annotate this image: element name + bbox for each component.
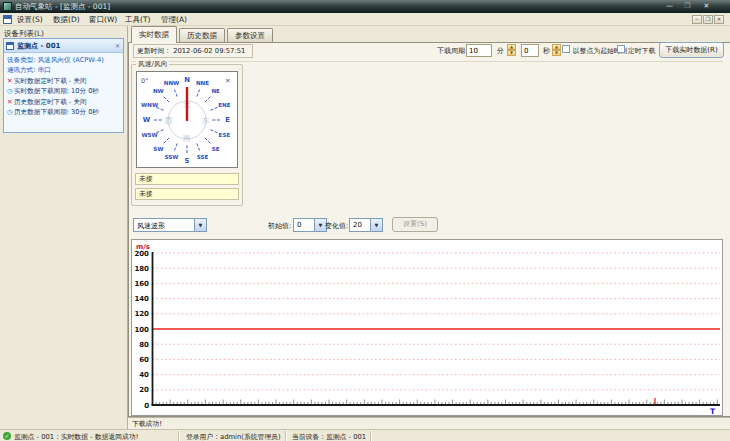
child-window-icon bbox=[3, 15, 12, 24]
mdi-close-button[interactable]: ✕ bbox=[714, 15, 724, 24]
svg-text:m/s: m/s bbox=[136, 243, 150, 251]
status-user: 登录用户：admin(系统管理员) bbox=[186, 432, 281, 441]
svg-text:100: 100 bbox=[134, 326, 149, 334]
mdi-restore-button[interactable]: ❐ bbox=[703, 15, 713, 24]
wind-direction-field: 未接 bbox=[135, 188, 239, 200]
status-divider bbox=[370, 431, 372, 441]
align-start-checkbox[interactable] bbox=[562, 45, 570, 53]
svg-text:T: T bbox=[710, 407, 716, 416]
compass-rose: 北东南西NNNENEENEEESESESSESSSWSWWSWWWNWNWNNW… bbox=[137, 72, 237, 167]
seconds-unit-label: 秒 bbox=[543, 46, 550, 56]
app-icon bbox=[3, 2, 12, 11]
minutes-unit-label: 分 bbox=[497, 46, 504, 56]
title-bar: 自动气象站 - [监测点 - 001] — ❐ ✕ bbox=[0, 0, 730, 13]
device-card-title: 监测点 - 001 bbox=[17, 41, 115, 51]
update-time-label: 更新时间： 2012-06-02 09:57:51 bbox=[133, 44, 253, 58]
seconds-input[interactable] bbox=[521, 44, 539, 57]
toolbar-divider bbox=[131, 61, 723, 62]
device-info-line: 设备类型: 风速风向仪 (ACPW-4) bbox=[7, 56, 123, 64]
svg-text:ESE: ESE bbox=[219, 132, 231, 138]
device-card-header[interactable]: 监测点 - 001 ✕ bbox=[4, 39, 123, 53]
spin-down-icon[interactable]: ▼ bbox=[552, 50, 561, 56]
disabled-icon: ✕ bbox=[7, 77, 14, 85]
waveform-chart: 020406080100120140160180200Tm/s bbox=[131, 239, 723, 416]
settings-button[interactable]: 设置(S) bbox=[392, 217, 438, 232]
menu-item-data[interactable]: 数据(D) bbox=[53, 15, 80, 25]
application-window: 自动气象站 - [监测点 - 001] — ❐ ✕ 设置(S) 数据(D) 窗口… bbox=[0, 0, 730, 441]
svg-text:0: 0 bbox=[144, 402, 149, 410]
svg-text:NW: NW bbox=[153, 88, 164, 94]
status-message: 监测点 - 001：实时数据 - 数据返回成功! bbox=[14, 432, 138, 441]
waveform-select[interactable]: 风速波形 ▼ bbox=[133, 218, 207, 232]
svg-text:160: 160 bbox=[134, 280, 149, 288]
minimize-button[interactable]: — bbox=[662, 1, 677, 12]
spin-down-icon[interactable]: ▼ bbox=[507, 50, 516, 56]
chevron-down-icon[interactable]: ▼ bbox=[194, 219, 206, 231]
window-title: 自动气象站 - [监测点 - 001] bbox=[15, 2, 110, 12]
svg-text:✕: ✕ bbox=[225, 77, 230, 85]
minutes-input[interactable] bbox=[466, 44, 492, 57]
svg-text:SE: SE bbox=[212, 146, 220, 152]
tab-parameter-settings[interactable]: 参数设置 bbox=[227, 28, 273, 42]
svg-text:N: N bbox=[184, 76, 190, 84]
tab-realtime-data[interactable]: 实时数据 bbox=[131, 26, 177, 43]
svg-text:120: 120 bbox=[134, 310, 149, 318]
svg-text:WNW: WNW bbox=[141, 102, 158, 108]
svg-text:40: 40 bbox=[139, 371, 149, 379]
svg-text:S: S bbox=[185, 157, 190, 165]
svg-text:SSE: SSE bbox=[197, 154, 209, 160]
status-device: 当前设备：监测点 - 001 bbox=[292, 432, 366, 441]
menu-item-admin[interactable]: 管理(A) bbox=[161, 15, 187, 25]
menu-item-tools[interactable]: 工具(T) bbox=[125, 15, 150, 25]
svg-text:NNW: NNW bbox=[164, 80, 180, 86]
device-list-panel: 设备列表(L) 监测点 - 001 ✕ 设备类型: 风速风向仪 (ACPW-4)… bbox=[0, 26, 128, 429]
device-info-line: ◷实时数据下载周期: 10分 0秒 bbox=[7, 87, 123, 95]
disabled-icon: ✕ bbox=[7, 98, 14, 106]
menu-item-settings[interactable]: 设置(S) bbox=[17, 15, 43, 25]
close-button[interactable]: ✕ bbox=[699, 1, 714, 12]
svg-text:E: E bbox=[225, 116, 230, 124]
initial-value-label: 初始值: bbox=[268, 221, 291, 231]
svg-text:WSW: WSW bbox=[141, 132, 157, 138]
range-select[interactable]: 20 ▼ bbox=[349, 218, 383, 232]
timed-download-checkbox-label[interactable]: 定时下载 bbox=[628, 46, 655, 56]
clock-icon: ◷ bbox=[7, 87, 14, 95]
download-realtime-button[interactable]: 下载实时数据(R) bbox=[659, 42, 724, 58]
initial-value-select[interactable]: 0 ▼ bbox=[293, 218, 327, 232]
menu-item-window[interactable]: 窗口(W) bbox=[89, 15, 117, 25]
device-info-line: ✕实时数据定时下载 - 关闭 bbox=[7, 77, 123, 85]
maximize-button[interactable]: ❐ bbox=[680, 1, 695, 12]
svg-text:SW: SW bbox=[153, 146, 163, 152]
status-divider bbox=[285, 431, 287, 441]
svg-text:南: 南 bbox=[182, 134, 191, 143]
svg-text:0°: 0° bbox=[141, 77, 148, 85]
download-status-text: 下载成功! bbox=[132, 419, 162, 429]
timed-download-checkbox[interactable] bbox=[617, 45, 625, 53]
mdi-minimize-button[interactable]: ─ bbox=[692, 15, 702, 24]
svg-text:180: 180 bbox=[134, 265, 149, 273]
device-card[interactable]: 监测点 - 001 ✕ 设备类型: 风速风向仪 (ACPW-4) 通讯方式: 串… bbox=[3, 38, 124, 133]
success-check-icon: ✓ bbox=[3, 432, 11, 440]
svg-text:NNE: NNE bbox=[196, 80, 209, 86]
svg-text:60: 60 bbox=[139, 356, 149, 364]
wind-compass: 北东南西NNNENEENEEESESESSESSSWSWWSWWWNWNWNNW… bbox=[136, 71, 238, 168]
seconds-spinner[interactable]: ▲▼ bbox=[552, 44, 561, 57]
clock-icon: ◷ bbox=[7, 108, 14, 116]
svg-text:W: W bbox=[143, 116, 151, 124]
device-info-line: ✕历史数据定时下载 - 关闭 bbox=[7, 98, 123, 106]
svg-text:80: 80 bbox=[139, 341, 149, 349]
download-status-strip: 下载成功! bbox=[128, 417, 730, 429]
device-info-line: ◷历史数据下载周期: 30分 0秒 bbox=[7, 108, 123, 116]
menu-bar: 设置(S) 数据(D) 窗口(W) 工具(T) 管理(A) ─ ❐ ✕ bbox=[0, 13, 730, 26]
download-period-label: 下载周期: bbox=[437, 46, 467, 56]
range-label: 变化值: bbox=[325, 221, 348, 231]
status-divider bbox=[178, 431, 180, 441]
chevron-down-icon[interactable]: ▼ bbox=[370, 219, 382, 231]
chart-canvas: 020406080100120140160180200Tm/s bbox=[132, 240, 722, 415]
wind-groupbox-label: 风速/风向 bbox=[136, 59, 169, 69]
device-card-close-icon[interactable]: ✕ bbox=[115, 42, 120, 49]
svg-text:20: 20 bbox=[139, 386, 149, 394]
tab-history-data[interactable]: 历史数据 bbox=[179, 28, 225, 42]
minutes-spinner[interactable]: ▲▼ bbox=[507, 44, 516, 57]
device-info-line: 通讯方式: 串口 bbox=[7, 66, 123, 74]
